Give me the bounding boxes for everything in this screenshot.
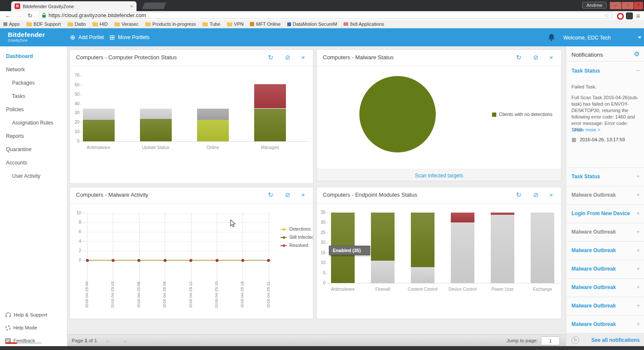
bar-segment[interactable] [140,109,172,119]
reload-icon[interactable]: ↻ [27,12,33,19]
back-icon[interactable]: ← [5,12,11,19]
add-portlet-button[interactable]: ⊕ Add Portlet [70,28,104,46]
bar-segment[interactable] [197,120,229,141]
bar-segment[interactable] [140,119,172,141]
refresh-icon[interactable]: ↻ [267,191,274,199]
close-icon[interactable]: × [299,54,307,61]
bookmark-apps[interactable]: Apps [3,21,20,27]
sidebar-item-user-activity[interactable]: User Activity [0,170,67,183]
expand-icon[interactable]: + [636,228,640,235]
bar-segment[interactable] [491,213,514,215]
sidebar-item-tasks[interactable]: Tasks [0,90,67,103]
bookmark-star-icon[interactable]: ☆ [604,12,609,19]
refresh-icon[interactable]: ↻ [515,191,522,199]
close-icon[interactable]: × [299,191,307,198]
bookmark-tube[interactable]: Tube [202,21,220,27]
expand-icon[interactable]: + [636,302,640,309]
bar-segment[interactable] [411,213,434,267]
expand-icon[interactable]: + [636,265,640,272]
welcome-user-menu[interactable]: Welcome, EDC Tech [563,35,611,41]
bar-segment[interactable] [83,109,115,120]
new-tab-button[interactable] [142,3,166,9]
bar-segment[interactable] [451,222,474,283]
bar-segment[interactable] [411,267,434,283]
notification-row-malware-outbreak[interactable]: Malware Outbreak+ [566,297,644,316]
bar-segment[interactable] [254,109,286,142]
video-progress-track[interactable] [5,342,42,344]
chevron-down-icon[interactable] [638,37,641,39]
bookmark-bdf-support[interactable]: BDF Support [26,21,61,27]
expand-icon[interactable]: + [636,192,640,198]
opera-extension-icon[interactable] [617,13,624,20]
move-portlets-button[interactable]: ⊞ Move Portlets [109,28,149,46]
notification-row-malware-outbreak[interactable]: Malware Outbreak+ [566,279,644,297]
sidebar-item-packages[interactable]: Packages [0,76,67,90]
sidebar-item-reports[interactable]: Reports [0,130,67,143]
refresh-icon[interactable]: ↻ [515,54,522,61]
expand-icon[interactable]: + [636,321,640,327]
sidebar-item-accounts[interactable]: Accounts [0,156,67,170]
bookmark-datamotion-securem[interactable]: DataMotion SecureM [287,21,337,27]
sidebar-item-dashboard[interactable]: Dashboard [0,50,67,63]
notification-row-malware-outbreak[interactable]: Malware Outbreak+ [566,186,644,205]
notification-bell-icon[interactable] [548,34,555,41]
bookmark-verasec[interactable]: Verasec [114,21,139,27]
edit-icon[interactable]: ⊘ [284,54,292,61]
address-bar[interactable]: https://cloud.gravityzone.bitdefender.co… [39,12,612,19]
notification-row-login-from-new-device[interactable]: Login From New Device+ [566,205,644,223]
sidebar-item-feedback[interactable]: Feedback [0,334,67,347]
expand-icon[interactable]: + [636,210,640,216]
video-player-bar[interactable] [0,346,644,350]
tab-close-icon[interactable]: × [130,3,133,9]
sidebar-item-quarantine[interactable]: Quarantine [0,143,67,156]
notification-row-malware-outbreak[interactable]: Malware Outbreak+ [566,260,644,279]
edit-icon[interactable]: ⊘ [532,54,540,61]
sidebar-item-assignation-rules[interactable]: Assignation Rules [0,116,67,130]
browser-profile-name[interactable]: Andrew [582,2,607,9]
close-icon[interactable]: × [547,191,555,198]
refresh-icon[interactable]: ↻ [267,54,274,61]
edit-icon[interactable]: ⊘ [532,191,540,199]
bar-segment[interactable] [197,109,229,120]
browser-tab[interactable]: B Bitdefender GravityZone × [11,1,137,11]
bar-segment[interactable] [83,120,115,141]
bar-segment[interactable] [531,213,554,283]
next-page-icon[interactable]: → [122,338,128,344]
extension-icon[interactable] [626,12,633,19]
scan-infected-targets-link[interactable]: Scan infected targets [415,173,463,179]
refresh-notifications-icon[interactable]: ↻ [571,336,579,344]
bar-segment[interactable] [491,215,514,283]
sidebar-item-help-mode[interactable]: Help Mode [0,321,67,334]
notification-row-malware-outbreak[interactable]: Malware Outbreak+ [566,316,644,334]
bar-segment[interactable] [451,213,474,222]
bar-segment[interactable] [254,84,286,109]
notification-row-malware-outbreak[interactable]: Malware Outbreak+ [566,242,644,260]
close-icon[interactable]: × [547,54,555,61]
expand-icon[interactable]: + [636,284,640,290]
forward-icon[interactable]: → [16,12,22,19]
bookmark-vpn[interactable]: VPN [227,21,244,27]
gear-icon[interactable]: ⚙ [634,50,640,58]
bookmark-8x8-applications[interactable]: 888x8 Applications [343,21,384,27]
notification-row-task-status[interactable]: Task Status+ [566,167,644,186]
sidebar-item-network[interactable]: Network [0,63,67,76]
sidebar-item-policies[interactable]: Policies [0,103,67,116]
notification-section-title[interactable]: Task Status [571,68,600,74]
bookmark-products-in-progress[interactable]: Products in-progress [145,21,196,27]
window-maximize-button[interactable]: ○ [622,2,634,9]
bookmark-datto[interactable]: Datto [67,21,86,27]
bookmark-mft-online[interactable]: MFT Online [250,21,280,27]
show-more-link[interactable]: Show more > [572,127,600,132]
see-all-notifications-link[interactable]: See all notifications [591,337,640,343]
prev-page-icon[interactable]: ← [105,338,110,344]
edit-icon[interactable]: ⊘ [284,191,292,199]
chrome-menu-icon[interactable]: ≡ [636,12,640,19]
sidebar-item-help-support[interactable]: Help & Support [0,308,67,321]
notification-row-malware-outbreak[interactable]: Malware Outbreak+ [566,223,644,242]
collapse-icon[interactable]: – [637,67,640,73]
bar-segment[interactable] [371,213,395,261]
expand-icon[interactable]: + [636,247,640,253]
window-minimize-button[interactable]: – [610,2,622,9]
jump-to-page-input[interactable] [541,336,560,345]
window-close-button[interactable]: × [634,2,643,9]
